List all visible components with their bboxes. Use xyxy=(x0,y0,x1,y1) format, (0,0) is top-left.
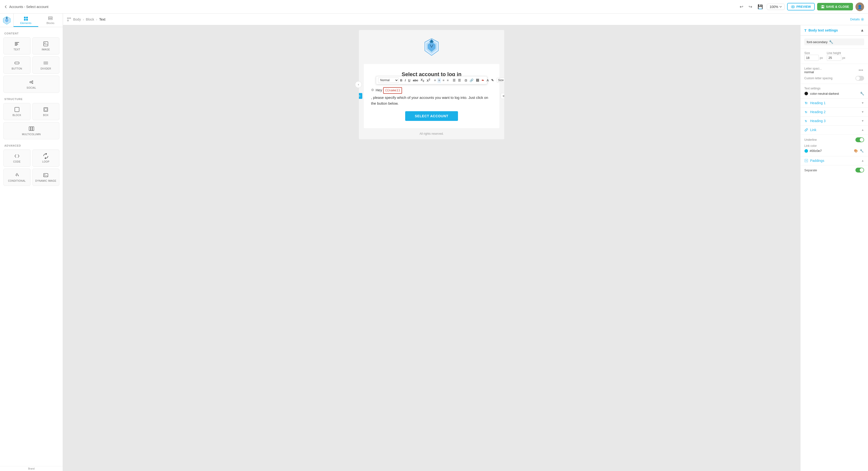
element-divider[interactable]: DIVIDER xyxy=(32,56,60,73)
eye-icon xyxy=(791,5,795,8)
element-image[interactable]: IMAGE xyxy=(32,37,60,55)
link-color-dot[interactable] xyxy=(804,149,808,153)
svg-line-25 xyxy=(31,81,32,82)
element-button[interactable]: BUTTON xyxy=(3,56,31,73)
preview-button[interactable]: PREVIEW xyxy=(787,3,815,10)
font-color-button[interactable]: A xyxy=(486,78,490,83)
sidebar-tabs: Elements Blocks xyxy=(0,13,63,27)
paddings-row[interactable]: Paddings ▲ xyxy=(800,156,868,165)
lineheight-input[interactable]: 25 xyxy=(827,55,841,61)
social-icon xyxy=(29,79,34,85)
more-options-button[interactable]: ••• xyxy=(858,67,864,74)
underline-button[interactable]: U xyxy=(407,78,411,83)
align-justify-button[interactable]: ≡ xyxy=(446,78,450,83)
link-row[interactable]: Link ▲ xyxy=(800,125,868,135)
heading2-row[interactable]: Tr Heading 2 ▼ xyxy=(800,108,868,117)
social-label: SOCIAL xyxy=(27,87,36,89)
collapse-sidebar-button[interactable]: ‹ xyxy=(355,81,362,88)
copy-block-button[interactable]: ⧉ xyxy=(501,93,504,99)
superscript-button[interactable]: X2 xyxy=(426,77,431,83)
avatar[interactable] xyxy=(856,2,864,11)
special-chars-button[interactable]: Ω xyxy=(464,78,468,83)
redo-button[interactable]: ↪ xyxy=(747,3,754,10)
divider-label: DIVIDER xyxy=(40,67,51,70)
svg-rect-27 xyxy=(15,107,19,112)
select-account-button[interactable]: SELECT ACCOUNT xyxy=(405,111,458,121)
element-block[interactable]: BLOCK xyxy=(3,103,31,120)
svg-text:Tr: Tr xyxy=(805,111,807,114)
underline-toggle[interactable] xyxy=(856,137,864,142)
italic-button[interactable]: I xyxy=(404,78,407,83)
element-text[interactable]: TEXT xyxy=(3,37,31,55)
tab-blocks[interactable]: Blocks xyxy=(38,13,63,27)
paddings-text: Paddings xyxy=(810,159,824,163)
color-reset-button[interactable]: 🔧 xyxy=(859,149,864,153)
main-with-right: ‹ xyxy=(63,25,868,471)
structure-elements-grid: BLOCK BOX MULTICOLUMN xyxy=(2,102,60,142)
heading1-row[interactable]: Tr Heading 1 ▼ xyxy=(800,98,868,108)
back-button[interactable]: Accounts - Select account xyxy=(4,5,49,9)
strikethrough-button[interactable]: abc xyxy=(412,78,419,83)
page-title: Accounts - Select account xyxy=(9,5,49,9)
link-button[interactable]: 🔗 xyxy=(469,78,474,83)
edit-block-button[interactable]: ✏ xyxy=(359,93,362,99)
bold-button[interactable]: B xyxy=(399,78,403,83)
align-right-button[interactable]: ≡ xyxy=(441,78,445,83)
email-footer: All rights reserved. xyxy=(359,128,504,139)
canvas-wrapper: ‹ xyxy=(63,25,800,471)
multicolumn-icon xyxy=(29,126,34,131)
element-conditional[interactable]: CONDITIONAL xyxy=(3,169,31,186)
breadcrumb-sep-2: › xyxy=(96,18,97,21)
panel-collapse-button[interactable]: ▲ xyxy=(860,28,864,32)
svg-rect-32 xyxy=(32,127,34,130)
link-icon xyxy=(804,128,808,132)
element-dynamic-image[interactable]: DYNAMIC IMAGE xyxy=(32,169,60,186)
size-input[interactable]: 18 xyxy=(804,55,819,61)
email-text-content[interactable]: ⚙ Hey {{name}} , please specify which of… xyxy=(371,87,492,106)
align-left-button[interactable]: ≡ xyxy=(433,78,437,83)
element-box[interactable]: BOX xyxy=(32,103,60,120)
back-icon xyxy=(4,5,8,9)
element-multicolumn[interactable]: MULTICOLUMN xyxy=(3,122,59,139)
box-label: BOX xyxy=(43,114,49,117)
tab-elements[interactable]: Elements xyxy=(13,13,38,27)
unordered-list-button[interactable]: ☰ xyxy=(452,78,457,83)
color-picker-button[interactable]: 🎨 xyxy=(854,149,858,153)
zoom-select[interactable]: 100% xyxy=(767,4,785,10)
variable-button[interactable]: ❧ xyxy=(480,78,485,83)
style-select[interactable]: Normal Heading 1 Heading 2 Heading 3 xyxy=(378,78,399,83)
loop-icon xyxy=(43,153,49,159)
font-size-input[interactable] xyxy=(497,78,504,83)
save-icon-button[interactable]: 💾 xyxy=(756,3,764,10)
font-family-section: font-secondary 🔧 xyxy=(800,36,868,49)
letter-spacing-toggle[interactable] xyxy=(856,76,864,81)
text-color-dot[interactable] xyxy=(804,92,808,95)
paddings-label: Paddings xyxy=(804,159,824,163)
letter-spacing-group: Letter spaci... normal xyxy=(804,67,822,74)
element-social[interactable]: SOCIAL xyxy=(3,76,59,93)
email-icon: ⚙ xyxy=(371,87,374,93)
element-loop[interactable]: LOOP xyxy=(32,149,60,167)
svg-point-17 xyxy=(44,42,45,43)
element-code[interactable]: CODE xyxy=(3,149,31,167)
text-label: TEXT xyxy=(13,48,20,51)
highlight-button[interactable]: ✎ xyxy=(490,78,495,83)
undo-button[interactable]: ↩ xyxy=(738,3,745,10)
heading1-label: Tr Heading 1 xyxy=(804,101,826,105)
align-center-button[interactable]: ≡ xyxy=(437,78,441,83)
details-link[interactable]: Details xyxy=(850,18,864,21)
separate-toggle[interactable] xyxy=(856,168,864,173)
separate-row: Separate xyxy=(800,165,868,175)
main-layout: Elements Blocks CONTENT TEXT IMAGE xyxy=(0,13,868,471)
separate-toggle-knob xyxy=(860,168,864,172)
paddings-chevron: ▲ xyxy=(861,159,864,162)
email-text-after: , please specify which of your accounts … xyxy=(371,95,492,106)
image-button[interactable]: 🖼 xyxy=(475,78,480,83)
ordered-list-button[interactable]: ☰ xyxy=(457,78,462,83)
font-wrench-icon[interactable]: 🔧 xyxy=(829,40,833,44)
text-color-wrench[interactable]: 🔧 xyxy=(860,92,864,95)
subscript-button[interactable]: X2 xyxy=(420,77,425,83)
save-close-button[interactable]: SAVE & CLOSE xyxy=(817,3,853,10)
heading3-text: Heading 3 xyxy=(810,119,826,123)
heading3-row[interactable]: Tr Heading 3 ▼ xyxy=(800,117,868,125)
